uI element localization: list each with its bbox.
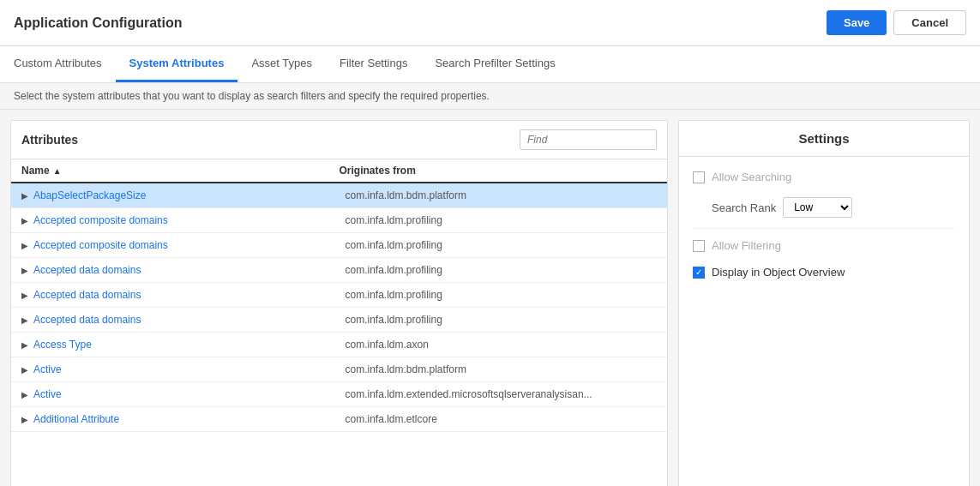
table-row[interactable]: ▶ Accepted data domains com.infa.ldm.pro… (11, 258, 667, 283)
settings-body: Allow Searching Search Rank LowMediumHig… (679, 157, 969, 486)
row-expander: ▶ (21, 241, 28, 250)
row-origin: com.infa.ldm.bdm.platform (346, 189, 658, 201)
table-row[interactable]: ▶ Additional Attribute com.infa.ldm.etlc… (11, 407, 667, 432)
tab-asset-types[interactable]: Asset Types (237, 46, 326, 82)
row-expander: ▶ (21, 315, 28, 325)
search-rank-select[interactable]: LowMediumHigh (783, 197, 852, 218)
search-rank-label: Search Rank (712, 201, 776, 214)
description: Select the system attributes that you wa… (0, 83, 980, 110)
row-expander: ▶ (21, 191, 28, 201)
row-expander: ▶ (21, 291, 28, 300)
search-rank-row: Search Rank LowMediumHigh (712, 197, 955, 218)
row-origin: com.infa.ldm.profiling (346, 214, 658, 226)
row-name: Accepted composite domains (33, 239, 346, 251)
table-row[interactable]: ▶ Accepted composite domains com.infa.ld… (11, 208, 667, 233)
settings-title: Settings (679, 121, 969, 157)
row-name: Active (33, 388, 346, 400)
table-row[interactable]: ▶ Accepted composite domains com.infa.ld… (11, 233, 667, 258)
row-origin: com.infa.ldm.profiling (346, 239, 658, 251)
row-origin: com.infa.ldm.bdm.platform (346, 363, 658, 375)
tab-custom-attributes[interactable]: Custom Attributes (0, 46, 116, 82)
allow-searching-checkbox[interactable] (693, 171, 705, 183)
display-in-object-overview-item: ✓ Display in Object Overview (693, 266, 955, 279)
find-input[interactable] (520, 129, 657, 150)
table-row[interactable]: ▶ Active com.infa.ldm.extended.microsoft… (11, 382, 667, 407)
table-header: Name ▲ Originates from (11, 159, 667, 183)
row-name: Accepted data domains (33, 264, 346, 276)
allow-searching-label: Allow Searching (712, 171, 791, 183)
attributes-panel: Attributes Name ▲ Originates from ▶ Abap… (10, 120, 668, 486)
column-name-header: Name (21, 165, 50, 177)
settings-panel: Settings Allow Searching Search Rank Low… (678, 120, 970, 486)
row-expander: ▶ (21, 365, 28, 375)
attributes-header: Attributes (11, 121, 667, 159)
row-name: Active (33, 363, 346, 375)
allow-filtering-checkbox[interactable] (693, 240, 705, 252)
display-in-object-overview-checkbox[interactable]: ✓ (693, 267, 705, 279)
row-origin: com.infa.ldm.profiling (346, 289, 658, 301)
table-row[interactable]: ▶ Accepted data domains com.infa.ldm.pro… (11, 283, 667, 308)
row-origin: com.infa.ldm.profiling (346, 314, 658, 326)
column-origin-header: Originates from (340, 165, 658, 177)
save-button[interactable]: Save (827, 10, 887, 35)
row-name: AbapSelectPackageSize (33, 189, 346, 201)
table-row[interactable]: ▶ AbapSelectPackageSize com.infa.ldm.bdm… (11, 183, 667, 208)
row-expander: ▶ (21, 216, 28, 225)
tabs: Custom AttributesSystem AttributesAsset … (0, 46, 980, 83)
attributes-title: Attributes (21, 133, 78, 147)
row-name: Accepted data domains (33, 314, 346, 326)
table-body: ▶ AbapSelectPackageSize com.infa.ldm.bdm… (11, 183, 667, 486)
tab-filter-settings[interactable]: Filter Settings (326, 46, 421, 82)
row-origin: com.infa.ldm.etlcore (346, 413, 658, 425)
display-in-object-overview-label: Display in Object Overview (712, 266, 845, 279)
cancel-button[interactable]: Cancel (893, 10, 966, 35)
row-expander: ▶ (21, 266, 28, 275)
row-expander: ▶ (21, 390, 28, 399)
tab-system-attributes[interactable]: System Attributes (116, 46, 238, 82)
row-name: Additional Attribute (33, 413, 346, 425)
row-name: Accepted composite domains (33, 214, 346, 226)
row-origin: com.infa.ldm.axon (346, 339, 658, 351)
row-expander: ▶ (21, 340, 28, 350)
row-origin: com.infa.ldm.profiling (346, 264, 658, 276)
allow-filtering-item: Allow Filtering (693, 239, 955, 252)
tab-search-prefilter[interactable]: Search Prefilter Settings (421, 46, 568, 82)
row-expander: ▶ (21, 415, 28, 424)
table-row[interactable]: ▶ Accepted data domains com.infa.ldm.pro… (11, 308, 667, 333)
row-name: Access Type (33, 339, 346, 351)
main-content: Attributes Name ▲ Originates from ▶ Abap… (0, 110, 980, 486)
sort-icon: ▲ (53, 166, 62, 176)
row-origin: com.infa.ldm.extended.microsoftsqlserver… (346, 388, 658, 400)
header: Application Configuration Save Cancel (0, 0, 980, 46)
allow-filtering-label: Allow Filtering (712, 239, 781, 252)
table-row[interactable]: ▶ Access Type com.infa.ldm.axon (11, 333, 667, 357)
table-row[interactable]: ▶ Active com.infa.ldm.bdm.platform (11, 357, 667, 382)
allow-searching-item: Allow Searching (693, 171, 955, 183)
page-title: Application Configuration (14, 15, 182, 31)
row-name: Accepted data domains (33, 289, 346, 301)
